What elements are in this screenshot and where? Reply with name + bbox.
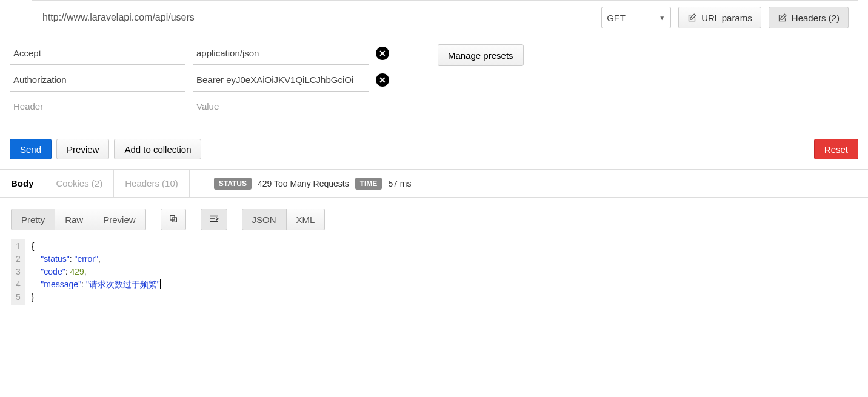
raw-button[interactable]: Raw (55, 209, 93, 230)
xml-button[interactable]: XML (287, 209, 326, 230)
manage-presets-button[interactable]: Manage presets (438, 44, 524, 66)
status-area: STATUS 429 Too Many Requests TIME 57 ms (214, 178, 412, 190)
header-key-input[interactable] (10, 95, 185, 118)
header-value-input[interactable] (193, 95, 369, 118)
code-content[interactable]: { "status": "error", "code": 429, "messa… (25, 239, 167, 305)
tab-body[interactable]: Body (0, 170, 45, 197)
edit-icon (687, 13, 696, 22)
time-pill: TIME (355, 178, 382, 190)
close-icon: ✕ (379, 75, 386, 85)
json-button[interactable]: JSON (242, 209, 287, 230)
wrap-button[interactable] (201, 209, 227, 230)
header-key-input[interactable] (10, 42, 185, 65)
method-select[interactable]: GET (601, 7, 671, 28)
pretty-button[interactable]: Pretty (11, 209, 55, 230)
delete-header-button[interactable]: ✕ (376, 47, 389, 60)
header-row: ✕ (10, 42, 401, 65)
reset-button[interactable]: Reset (814, 139, 858, 159)
header-value-input[interactable] (193, 68, 369, 92)
tab-cookies[interactable]: Cookies (2) (45, 170, 115, 197)
response-body: 1 2 3 4 5 { "status": "error", "code": 4… (0, 239, 868, 305)
preview-button[interactable]: Preview (56, 139, 109, 159)
preview-view-button[interactable]: Preview (93, 209, 145, 230)
tab-headers[interactable]: Headers (10) (114, 170, 190, 197)
copy-icon (169, 214, 178, 224)
edit-icon (778, 13, 787, 22)
header-value-input[interactable] (193, 42, 369, 65)
headers-button[interactable]: Headers (2) (769, 7, 849, 28)
close-icon: ✕ (379, 48, 386, 58)
url-params-button[interactable]: URL params (678, 7, 761, 28)
header-row-empty (10, 95, 401, 118)
header-key-input[interactable] (10, 68, 185, 92)
add-collection-button[interactable]: Add to collection (114, 139, 201, 159)
headers-table: ✕ ✕ (10, 42, 401, 122)
url-input[interactable] (41, 8, 594, 27)
headers-button-label: Headers (2) (792, 13, 840, 23)
send-button[interactable]: Send (10, 139, 52, 159)
delete-header-button[interactable]: ✕ (376, 73, 389, 87)
copy-button[interactable] (161, 209, 186, 230)
status-text: 429 Too Many Requests (258, 179, 349, 188)
time-text: 57 ms (388, 179, 411, 188)
status-pill: STATUS (214, 178, 252, 190)
wrap-icon (209, 214, 219, 224)
line-gutter: 1 2 3 4 5 (11, 239, 25, 305)
url-params-label: URL params (701, 13, 752, 23)
header-row: ✕ (10, 68, 401, 92)
